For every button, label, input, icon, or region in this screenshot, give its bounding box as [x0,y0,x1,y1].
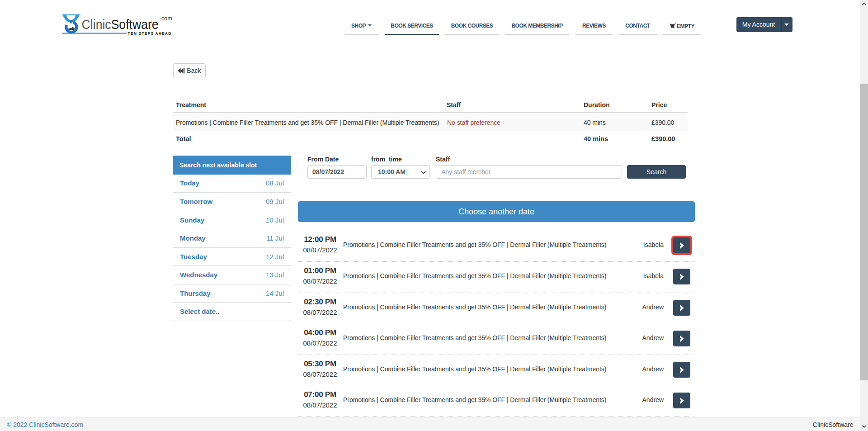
svg-text:.com: .com [160,15,172,22]
svg-text:TEN STEPS AHEAD: TEN STEPS AHEAD [128,31,172,36]
svg-text:ClinicSoftware: ClinicSoftware [82,16,159,32]
